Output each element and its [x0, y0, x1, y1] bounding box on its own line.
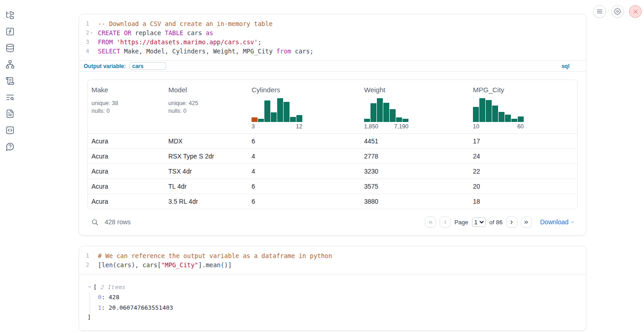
column-header-cylinders[interactable]: Cylinders 3 12 — [248, 80, 360, 133]
chevron-down-icon — [570, 220, 575, 225]
column-header-weight[interactable]: Weight 1,850 7,190 — [360, 80, 469, 133]
sql-cell-output: Make unique: 38 nulls: 0 Model unique: 4… — [79, 72, 586, 235]
code-line: 3 FROM 'https://datasets.marimo.app/cars… — [79, 37, 586, 47]
cell-cylinders: 6 — [248, 137, 360, 145]
logs-button[interactable] — [5, 93, 15, 102]
datasources-button[interactable] — [5, 43, 15, 53]
previous-page-button[interactable] — [440, 217, 451, 227]
next-page-button[interactable] — [506, 217, 517, 227]
scroll-icon — [5, 76, 15, 85]
last-page-button[interactable] — [521, 217, 532, 227]
code-line: 4 SELECT Make, Model, Cylinders, Weight,… — [79, 47, 586, 56]
cylinders-histogram: 3 12 — [252, 98, 357, 130]
data-table: Make unique: 38 nulls: 0 Model unique: 4… — [87, 79, 578, 209]
list-item: 1: 20.060747663551403 — [98, 302, 586, 313]
database-icon — [5, 43, 15, 53]
cell-make: Acura — [88, 168, 165, 175]
close-icon — [632, 8, 639, 15]
file-tree-button[interactable] — [5, 11, 15, 20]
line-number: 1 — [79, 19, 89, 28]
cell-make: Acura — [88, 198, 165, 205]
cell-model: MDX — [165, 137, 248, 145]
cell-cylinders: 4 — [248, 168, 360, 175]
tree-collapse-toggle[interactable] — [87, 285, 92, 289]
line-number: 2 — [79, 28, 89, 37]
cell-model: RSX Type S 2dr — [165, 153, 248, 160]
column-header-model[interactable]: Model unique: 425 nulls: 0 — [165, 80, 248, 133]
variables-button[interactable] — [5, 27, 15, 36]
menu-button[interactable] — [593, 5, 606, 18]
code-box-icon — [5, 126, 15, 135]
cell-cylinders: 4 — [248, 153, 360, 160]
settings-button[interactable] — [611, 5, 624, 18]
scratchpad-button[interactable] — [5, 76, 15, 85]
nulls-count: nulls: 0 — [168, 107, 244, 115]
text-search-icon — [5, 93, 15, 102]
function-square-icon — [5, 27, 15, 36]
help-button[interactable] — [5, 142, 15, 151]
page-select[interactable]: 1 — [472, 217, 486, 227]
sql-code-editor[interactable]: 1 -- Download a CSV and create an in-mem… — [79, 14, 586, 60]
cell-mpg-city: 24 — [469, 153, 577, 160]
window-controls — [593, 5, 642, 18]
python-code-editor[interactable]: 1 # We can reference the output variable… — [79, 246, 586, 274]
hamburger-icon — [596, 8, 603, 15]
cell-weight: 3230 — [360, 168, 469, 175]
histogram-axis-labels: 10 60 — [473, 123, 524, 130]
item-colon: : — [102, 304, 105, 311]
code-line: 2 CREATE OR replace TABLE cars as — [79, 28, 586, 37]
chevron-down-icon — [90, 31, 93, 35]
first-page-button[interactable] — [425, 217, 436, 227]
cell-mpg-city: 22 — [469, 168, 577, 175]
cell-model: 3.5 RL 4dr — [165, 198, 248, 205]
table-row: Acura TL 4dr 6 3575 20 — [88, 179, 577, 194]
column-header-make[interactable]: Make unique: 38 nulls: 0 — [88, 80, 165, 133]
code-fold-toggle[interactable] — [90, 31, 93, 35]
column-label: Cylinders — [252, 86, 357, 94]
search-rows-button[interactable] — [91, 218, 99, 226]
cell-weight: 2778 — [360, 153, 469, 160]
snippets-button[interactable] — [5, 126, 15, 135]
cell-mpg-city: 20 — [469, 183, 577, 190]
code-text: # We can reference the output variable a… — [94, 251, 332, 260]
line-number: 4 — [79, 47, 89, 56]
column-header-mpg-city[interactable]: MPG_City 10 60 — [469, 80, 577, 133]
cell-cylinders: 6 — [248, 198, 360, 205]
histogram-axis-labels: 1,850 7,190 — [364, 123, 408, 130]
hist-max-label: 7,190 — [394, 123, 408, 130]
table-header-row: Make unique: 38 nulls: 0 Model unique: 4… — [88, 80, 577, 133]
unique-count: unique: 425 — [168, 100, 244, 107]
sitemap-icon — [5, 60, 15, 69]
documentation-button[interactable] — [5, 109, 15, 118]
chevron-down-icon — [87, 285, 92, 289]
histogram-axis-labels: 3 12 — [252, 123, 302, 130]
shutdown-button[interactable] — [629, 5, 642, 18]
help-bubble-icon — [5, 142, 15, 151]
download-label: Download — [540, 218, 569, 226]
code-text: -- Download a CSV and create an in-memor… — [94, 19, 273, 28]
chevrons-right-icon — [523, 219, 529, 225]
code-text: SELECT Make, Model, Cylinders, Weight, M… — [94, 47, 313, 56]
histogram-bars — [473, 98, 524, 122]
code-line: 1 -- Download a CSV and create an in-mem… — [79, 19, 586, 28]
code-text: CREATE OR replace TABLE cars as — [94, 28, 213, 37]
cell-weight: 3880 — [360, 198, 469, 205]
dependency-graph-button[interactable] — [5, 60, 15, 69]
download-button[interactable]: Download — [540, 218, 575, 226]
hist-min-label: 3 — [252, 123, 255, 130]
output-variable-input[interactable] — [129, 62, 166, 70]
table-row: Acura RSX Type S 2dr 4 2778 24 — [88, 148, 577, 164]
column-label: Make — [91, 86, 161, 94]
cell-cylinders: 6 — [248, 183, 360, 190]
unique-count: unique: 38 — [91, 100, 161, 107]
cell-model: TL 4dr — [165, 183, 248, 190]
chevron-right-icon — [509, 219, 515, 225]
cell-weight: 4451 — [360, 137, 469, 145]
code-text: [len(cars), cars["MPG_City"].mean()] — [94, 260, 232, 270]
cell-weight: 3575 — [360, 183, 469, 190]
close-bracket: ] — [87, 313, 586, 322]
file-tree-icon — [5, 11, 15, 20]
row-count: 428 rows — [105, 218, 131, 226]
item-index: 1 — [98, 304, 102, 311]
output-variable-bar: Output variable: sql — [79, 60, 586, 72]
